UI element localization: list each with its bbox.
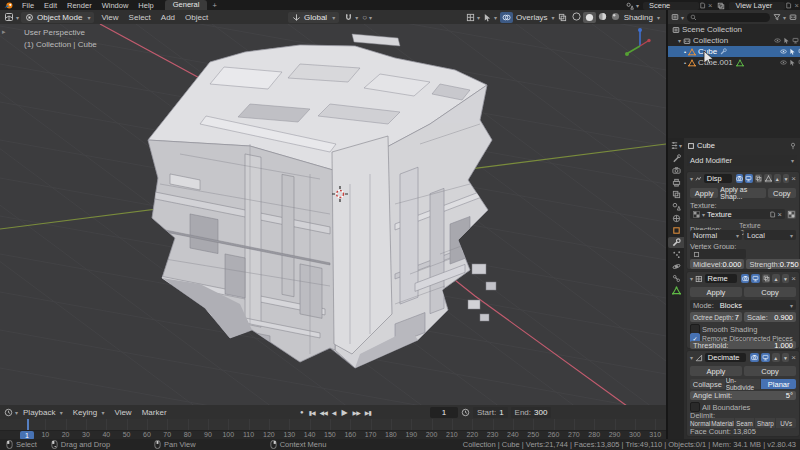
remesh-copy-button[interactable]: Copy — [744, 287, 796, 297]
overlays-chevron[interactable]: ▾ — [552, 14, 555, 21]
filter-chevron[interactable]: ▾ — [783, 14, 786, 21]
decimate-realtime-toggle[interactable] — [761, 353, 770, 362]
displace-close-icon[interactable]: × — [791, 174, 796, 183]
menu-file[interactable]: File — [17, 1, 39, 10]
shading-chevron[interactable]: ▾ — [657, 14, 660, 21]
new-scene-icon[interactable] — [699, 2, 706, 9]
displace-cage-toggle[interactable] — [764, 174, 772, 183]
threshold-field[interactable]: Threshold:1.000 — [690, 341, 796, 349]
decimate-name-field[interactable]: Decimate — [705, 353, 746, 362]
menu-render[interactable]: Render — [62, 1, 97, 10]
unlink-texture-icon[interactable]: × — [778, 210, 782, 219]
xray-toggle-icon[interactable] — [558, 13, 567, 22]
editor-type-icon[interactable] — [4, 12, 14, 22]
tab-physics[interactable] — [668, 261, 684, 272]
outliner-row-cube[interactable]: • Cube — [668, 46, 800, 57]
midlevel-field[interactable]: Midlevel:0.000 — [690, 259, 744, 269]
shading-material-icon[interactable] — [598, 12, 607, 23]
workspace-tab-general[interactable]: General — [165, 0, 208, 10]
collection-expand-icon[interactable]: ▾ — [678, 37, 681, 44]
menu-tl-view[interactable]: View — [109, 408, 136, 417]
viewport-hide-icon[interactable] — [792, 37, 799, 44]
remesh-move-down-button[interactable]: ▼ — [782, 274, 790, 283]
scene-selector[interactable]: Scene — [643, 2, 699, 10]
displace-realtime-toggle[interactable] — [745, 174, 753, 183]
snap-dropdown-chevron[interactable]: ▾ — [355, 14, 358, 21]
auto-key-record-button[interactable]: ● — [298, 409, 306, 415]
show-object-types-icon[interactable] — [466, 13, 475, 22]
direction-dropdown[interactable]: Normal▾ — [690, 230, 742, 240]
gizmos-icon[interactable] — [483, 13, 492, 22]
displace-collapse-icon[interactable]: ▾ — [690, 175, 693, 182]
decimate-mode-unsubdivide[interactable]: Un-Subdivide — [726, 379, 761, 389]
outliner-row-cube001[interactable]: • Cube.001 — [668, 57, 800, 68]
remesh-apply-button[interactable]: Apply — [690, 287, 742, 297]
proportional-dropdown-chevron[interactable]: ▾ — [369, 14, 372, 21]
preview-range-stopwatch-icon[interactable] — [461, 408, 470, 417]
outliner-display-mode-icon[interactable] — [671, 13, 679, 21]
breadcrumb-object-name[interactable]: Cube — [697, 141, 715, 150]
cube-visibility-icons[interactable] — [780, 48, 800, 55]
scene-browse-chevron[interactable]: ▾ — [636, 2, 639, 9]
overlays-label[interactable]: Overlays — [516, 13, 548, 22]
remove-view-layer-icon[interactable]: × — [792, 1, 800, 10]
menu-view[interactable]: View — [96, 13, 123, 22]
jump-to-start-button[interactable]: ▮◀ — [307, 409, 317, 416]
displace-copy-button[interactable]: Copy — [768, 188, 796, 198]
cube001-visibility-icons[interactable] — [780, 59, 800, 66]
eye-icon[interactable] — [774, 37, 781, 44]
new-texture-icon[interactable] — [769, 211, 776, 218]
view-layer-selector[interactable]: View Layer — [729, 2, 785, 10]
overlays-toggle[interactable] — [500, 12, 513, 23]
menu-help[interactable]: Help — [133, 1, 158, 10]
tab-tool[interactable] — [668, 153, 684, 164]
remesh-collapse-icon[interactable]: ▾ — [690, 275, 693, 282]
viewport-3d[interactable]: User Perspective (1) Collection | Cube ▸ — [0, 24, 666, 405]
remesh-name-field[interactable]: Reme — [705, 274, 737, 283]
pin-icon[interactable] — [789, 142, 797, 150]
snap-magnet-icon[interactable] — [344, 13, 353, 22]
shading-label[interactable]: Shading — [624, 13, 653, 22]
menu-edit[interactable]: Edit — [39, 1, 62, 10]
coords-dropdown[interactable]: Local▾ — [744, 230, 796, 240]
menu-keying[interactable]: Keying ▾ — [68, 408, 110, 417]
menu-playback[interactable]: Playback ▾ — [18, 408, 68, 417]
displace-render-toggle[interactable] — [736, 174, 744, 183]
cube001-expand-dot[interactable]: • — [684, 60, 686, 66]
timeline-editor-icon[interactable] — [4, 408, 13, 417]
remesh-render-toggle[interactable] — [741, 274, 749, 283]
displace-move-up-button[interactable]: ▲ — [774, 174, 781, 183]
greeble-cube-mesh[interactable] — [148, 34, 496, 374]
new-collection-icon[interactable] — [789, 13, 797, 21]
next-keyframe-button[interactable]: ▶▶ — [351, 409, 362, 416]
mode-dropdown[interactable]: Object Mode ▾ — [21, 12, 94, 23]
displace-name-field[interactable]: Disp — [704, 174, 732, 183]
tab-world[interactable] — [668, 213, 684, 224]
tab-object-data[interactable] — [668, 285, 684, 296]
eye-icon[interactable] — [780, 59, 787, 66]
strength-field[interactable]: Strength:0.750 — [746, 259, 800, 269]
prev-keyframe-button[interactable]: ◀◀ — [318, 409, 329, 416]
selectable-icon[interactable] — [783, 37, 790, 44]
unlink-scene-icon[interactable]: × — [706, 1, 714, 10]
selectable-icon[interactable] — [789, 48, 796, 55]
decimate-move-down-button[interactable]: ▼ — [782, 353, 790, 362]
decimate-mode-collapse[interactable]: Collapse — [690, 379, 725, 389]
selectable-icon[interactable] — [789, 59, 796, 66]
add-modifier-dropdown[interactable]: Add Modifier ▾ — [687, 155, 797, 166]
tab-output[interactable] — [668, 177, 684, 188]
tab-particles[interactable] — [668, 249, 684, 260]
tab-scene[interactable] — [668, 201, 684, 212]
show-texture-button[interactable] — [787, 210, 796, 219]
object-types-chevron[interactable]: ▾ — [477, 14, 480, 21]
decimate-mode-planar[interactable]: Planar — [761, 379, 796, 389]
decimate-move-up-button[interactable]: ▲ — [772, 353, 780, 362]
vertex-group-field[interactable] — [690, 249, 746, 259]
scale-field[interactable]: Scale:0.900 — [744, 312, 796, 322]
shading-wireframe-icon[interactable] — [572, 12, 581, 23]
remesh-editmode-toggle[interactable] — [762, 274, 770, 283]
jump-to-end-button[interactable]: ▶▮ — [363, 409, 373, 416]
menu-window[interactable]: Window — [97, 1, 134, 10]
displace-apply-button[interactable]: Apply — [690, 188, 718, 198]
end-frame-field[interactable]: End: 300 — [511, 407, 552, 418]
